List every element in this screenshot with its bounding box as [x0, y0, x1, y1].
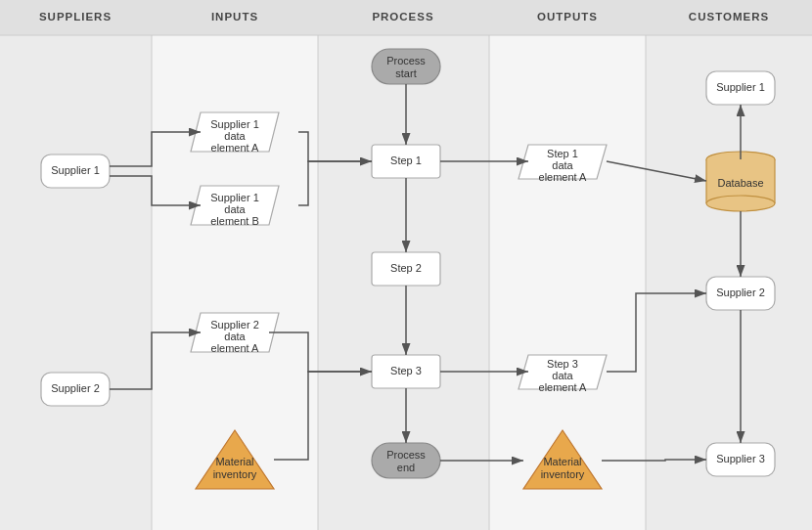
output-3a-line1: Step 3 — [547, 358, 578, 370]
input-1b-line1: Supplier 1 — [210, 192, 259, 203]
output-1a-line3: element A — [539, 171, 588, 183]
header-outputs: OUTPUTS — [537, 11, 598, 22]
input-2a-line2: data — [224, 331, 246, 342]
diagram-container: SUPPLIERS INPUTS PROCESS OUTPUTS CUSTOME… — [0, 0, 812, 530]
step2-label: Step 2 — [390, 262, 422, 274]
input-1a-line1: Supplier 1 — [210, 118, 259, 130]
process-end-line1: Process — [386, 449, 426, 461]
header-customers: CUSTOMERS — [689, 11, 769, 22]
input-2a-line3: element A — [211, 342, 260, 354]
mat-inv-input-line1: Material — [215, 456, 253, 467]
svg-point-31 — [706, 196, 775, 211]
database-label: Database — [717, 177, 763, 189]
output-1a-line1: Step 1 — [547, 148, 578, 159]
supplier2-label: Supplier 2 — [51, 382, 100, 394]
output-3a-line2: data — [552, 370, 573, 381]
process-end-line2: end — [397, 462, 415, 473]
header-process: PROCESS — [372, 11, 433, 22]
output-3a-line3: element A — [539, 381, 588, 393]
svg-rect-1 — [0, 35, 152, 530]
input-1a-line2: data — [224, 130, 246, 142]
input-1b-line2: data — [224, 203, 246, 215]
step3-label: Step 3 — [390, 365, 422, 376]
supplier1-label: Supplier 1 — [51, 164, 100, 176]
process-start-line1: Process — [386, 55, 426, 66]
process-start-line2: start — [395, 67, 416, 79]
cust-supplier1-label: Supplier 1 — [716, 81, 765, 93]
cust-supplier3-label: Supplier 3 — [716, 453, 765, 464]
mat-inv-input-line2: inventory — [213, 468, 257, 480]
input-2a-line1: Supplier 2 — [210, 319, 259, 331]
output-1a-line2: data — [552, 159, 573, 171]
diagram-svg: SUPPLIERS INPUTS PROCESS OUTPUTS CUSTOME… — [0, 0, 812, 530]
mat-inv-out-line1: Material — [543, 456, 581, 467]
mat-inv-out-line2: inventory — [541, 468, 585, 480]
header-suppliers: SUPPLIERS — [39, 11, 112, 22]
input-1b-line3: element B — [210, 215, 259, 227]
step1-label: Step 1 — [390, 155, 422, 166]
input-1a-line3: element A — [211, 142, 260, 154]
header-inputs: INPUTS — [211, 11, 258, 22]
cust-supplier2-label: Supplier 2 — [716, 287, 765, 298]
